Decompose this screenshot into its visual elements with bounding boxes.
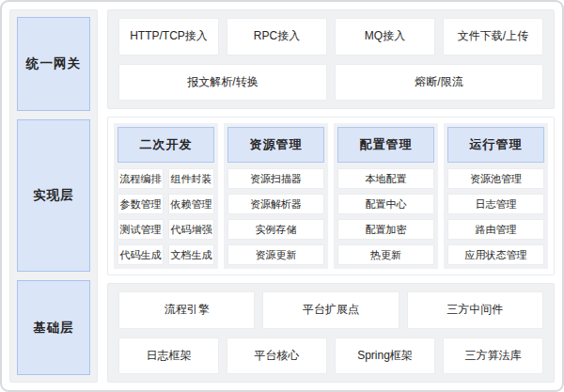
impl-column-title: 运行管理: [447, 127, 544, 163]
gateway-box: 报文解析/转换: [118, 64, 327, 102]
base-box: 平台核心: [227, 337, 327, 375]
impl-item: 代码生成: [118, 244, 164, 265]
impl-column-items: 资源池管理 日志管理 路由管理 应用状态管理: [447, 168, 544, 265]
layer-label-base: 基础层: [17, 280, 90, 375]
layer-label-sidebar: 统一网关 实现层 基础层: [9, 9, 98, 383]
gateway-box: HTTP/TCP接入: [118, 18, 219, 55]
impl-column-resource-mgmt: 资源管理 资源扫描器 资源解析器 实例存储 资源更新: [224, 123, 328, 269]
impl-item: 配置中心: [337, 194, 434, 214]
impl-item: 本地配置: [337, 168, 434, 189]
impl-item: 资源更新: [227, 244, 324, 265]
impl-item: 依赖管理: [168, 194, 214, 214]
architecture-diagram: 统一网关 实现层 基础层 HTTP/TCP接入 RPC接入 MQ接入 文件下载/…: [0, 0, 564, 392]
impl-column-items: 资源扫描器 资源解析器 实例存储 资源更新: [227, 168, 324, 265]
impl-item: 资源解析器: [227, 194, 324, 214]
impl-column-runtime-mgmt: 运行管理 资源池管理 日志管理 路由管理 应用状态管理: [444, 123, 548, 269]
impl-item: 代码增强: [168, 219, 214, 240]
impl-column-title: 二次开发: [118, 127, 214, 163]
impl-item: 应用状态管理: [447, 244, 544, 265]
gateway-box: 文件下载/上传: [443, 18, 543, 55]
gateway-box: MQ接入: [335, 18, 435, 55]
base-row: 流程引擎 平台扩展点 三方中间件: [118, 291, 543, 329]
impl-item: 配置加密: [337, 219, 434, 240]
impl-item: 路由管理: [447, 219, 544, 240]
impl-column-items: 流程编排 组件封装 参数管理 依赖管理 测试管理 代码增强 代码生成 文档生成: [118, 168, 214, 265]
gateway-box: RPC接入: [227, 18, 327, 55]
impl-column-title: 配置管理: [337, 127, 434, 163]
diagram-main: HTTP/TCP接入 RPC接入 MQ接入 文件下载/上传 报文解析/转换 熔断…: [107, 9, 555, 383]
layer-label-impl: 实现层: [17, 119, 90, 273]
impl-item: 参数管理: [118, 194, 164, 214]
impl-item: 热更新: [337, 244, 434, 265]
base-layer-panel: 流程引擎 平台扩展点 三方中间件 日志框架 平台核心 Spring框架 三方算法…: [107, 283, 555, 383]
base-box: 三方算法库: [443, 337, 543, 375]
impl-column-title: 资源管理: [227, 127, 324, 163]
base-row: 日志框架 平台核心 Spring框架 三方算法库: [118, 337, 543, 375]
layer-label-gateway: 统一网关: [17, 17, 90, 111]
base-box: 三方中间件: [407, 291, 543, 329]
impl-item: 文档生成: [168, 244, 214, 265]
impl-item: 流程编排: [118, 168, 164, 189]
impl-layer-panel: 二次开发 流程编排 组件封装 参数管理 依赖管理 测试管理 代码增强 代码生成 …: [107, 117, 555, 275]
impl-column-config-mgmt: 配置管理 本地配置 配置中心 配置加密 热更新: [334, 123, 438, 269]
gateway-layer-panel: HTTP/TCP接入 RPC接入 MQ接入 文件下载/上传 报文解析/转换 熔断…: [107, 9, 555, 109]
impl-item: 实例存储: [227, 219, 324, 240]
impl-item: 日志管理: [447, 194, 544, 214]
base-box: 平台扩展点: [262, 291, 399, 329]
impl-column-items: 本地配置 配置中心 配置加密 热更新: [337, 168, 434, 265]
impl-item: 资源池管理: [447, 168, 544, 189]
base-box: Spring框架: [335, 337, 435, 375]
impl-item: 测试管理: [118, 219, 164, 240]
gateway-box: 熔断/限流: [335, 64, 543, 102]
base-box: 日志框架: [118, 337, 219, 375]
impl-item: 组件封装: [168, 168, 214, 189]
impl-column-secondary-dev: 二次开发 流程编排 组件封装 参数管理 依赖管理 测试管理 代码增强 代码生成 …: [114, 123, 218, 269]
base-box: 流程引擎: [118, 291, 255, 329]
impl-item: 资源扫描器: [227, 168, 324, 189]
